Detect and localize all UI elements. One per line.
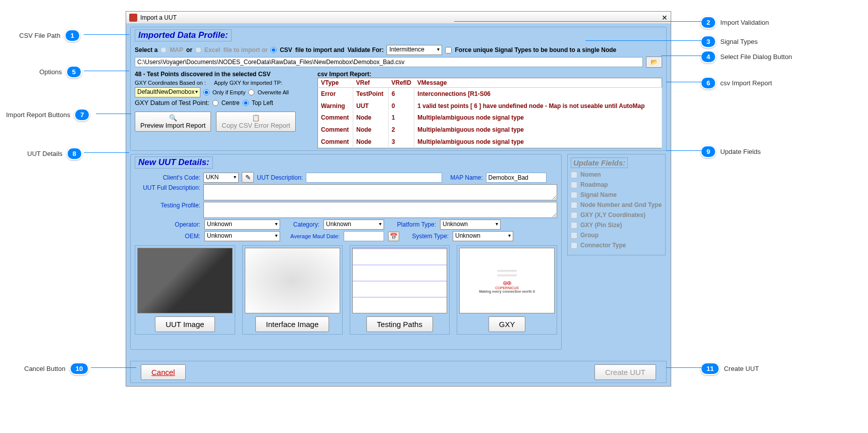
table-row[interactable]: WarningUUT01 valid test points [ 6 ] hav… <box>318 100 662 112</box>
radio-overwrite-all[interactable] <box>248 89 254 95</box>
operator-select[interactable]: Unknown <box>204 220 280 230</box>
gxy-panel: ○○○○○○○○ ○○○○○○○○ ⓤⓢ COPERNICUS Making e… <box>457 245 557 335</box>
radio-excel <box>195 47 201 53</box>
update-field-item: Nomen <box>571 171 662 178</box>
details-title: New UUT Details: <box>135 156 213 169</box>
close-icon[interactable]: ✕ <box>662 14 668 22</box>
folder-open-icon: 📂 <box>650 59 658 66</box>
radio-map <box>160 47 167 53</box>
create-uut-button[interactable]: Create UUT <box>594 364 656 380</box>
date-picker-button[interactable]: 📅 <box>388 232 399 241</box>
imported-data-profile-section: Imported Data Profile: Select a MAP or E… <box>130 27 667 151</box>
update-field-checkbox <box>571 222 577 229</box>
clients-code-select[interactable]: UKN <box>203 173 239 183</box>
update-field-item: Group <box>571 232 662 239</box>
update-field-item: Node Number and Gnd Type <box>571 201 662 208</box>
interface-image-button[interactable]: Interface Image <box>255 316 329 332</box>
update-field-item: Roadmap <box>571 181 662 188</box>
map-name-input[interactable] <box>486 173 547 183</box>
table-row[interactable]: ErrorTestPoint6Interconnections [R1-S06 <box>318 88 662 100</box>
testing-paths-thumbnail[interactable] <box>352 248 448 313</box>
uut-description-input[interactable] <box>306 173 442 183</box>
interface-image-panel: Interface Image <box>242 245 343 335</box>
gxy-button[interactable]: GXY <box>489 316 526 332</box>
uut-image-panel: UUT Image <box>135 245 235 335</box>
tp-discovered-label: 48 - Test Points discovered in the selec… <box>135 71 311 78</box>
update-field-checkbox <box>571 232 577 239</box>
update-field-item: Connector Type <box>571 242 662 249</box>
csv-import-report-panel: csv Import Report: VType VRef VRefID VMe… <box>317 71 662 148</box>
validate-for-select[interactable]: Intermittence <box>387 45 442 55</box>
update-field-checkbox <box>571 212 577 219</box>
table-row[interactable]: CommentNode1Multiple/ambiguous node sign… <box>318 112 662 124</box>
callout-6: 6 csv Import Report <box>700 77 772 89</box>
calendar-icon: 📅 <box>390 233 398 240</box>
platform-type-select[interactable]: Unknown <box>440 220 501 230</box>
uut-full-description-textarea[interactable] <box>203 184 557 200</box>
update-field-item: Signal Name <box>571 191 662 198</box>
callout-9: 9 Update Fields <box>700 145 761 158</box>
callout-4: 4 Select File Dialog Button <box>700 50 792 63</box>
radio-centre[interactable] <box>212 100 219 106</box>
callout-2: 2 Import Validation <box>700 16 769 29</box>
interface-image-thumbnail[interactable] <box>245 248 340 313</box>
update-field-item: GXY (X,Y Coordinates) <box>571 211 662 219</box>
callout-8: 8 UUT Details <box>27 147 82 160</box>
titlebar: Import a UUT ✕ <box>126 12 671 24</box>
uut-image-thumbnail[interactable] <box>137 248 233 313</box>
testing-paths-button[interactable]: Testing Paths <box>366 316 433 332</box>
update-field-checkbox <box>571 242 577 249</box>
table-row[interactable]: CommentNode2Multiple/ambiguous node sign… <box>318 124 662 136</box>
avg-mauf-date-input[interactable] <box>344 231 384 241</box>
bottom-bar: Cancel Create UUT <box>130 361 667 383</box>
update-fields-panel: Update Fields: NomenRoadmapSignal NameNo… <box>567 154 666 255</box>
csv-import-report-table: VType VRef VRefID VMessage ErrorTestPoin… <box>317 78 662 148</box>
update-fields-title: Update Fields: <box>571 157 628 168</box>
oem-select[interactable]: Unknown <box>204 231 280 241</box>
update-field-checkbox <box>571 182 577 188</box>
profile-title: Imported Data Profile: <box>135 29 232 41</box>
pencil-icon: ✎ <box>245 174 251 181</box>
radio-top-left[interactable] <box>243 100 249 106</box>
radio-csv[interactable] <box>270 47 277 53</box>
callout-5: 5 Options <box>39 66 82 78</box>
update-field-checkbox <box>571 202 577 208</box>
callout-10: 10 Cancel Button <box>24 362 89 375</box>
radio-only-if-empty[interactable] <box>203 89 209 95</box>
table-row[interactable]: CommentNode3Multiple/ambiguous node sign… <box>318 136 662 148</box>
copy-icon: 📋 <box>222 114 290 122</box>
testing-paths-panel: Testing Paths <box>350 245 450 335</box>
import-uut-window: Import a UUT ✕ Imported Data Profile: Se… <box>126 11 671 387</box>
force-unique-checkbox[interactable] <box>445 47 452 53</box>
window-title: Import a UUT <box>140 14 177 21</box>
preview-import-report-button[interactable]: 🔍 Preview Import Report <box>135 112 211 132</box>
gxy-coordinates-select[interactable]: DefaultNewDemobox <box>135 87 200 97</box>
browse-file-button[interactable]: 📂 <box>646 57 662 68</box>
update-field-checkbox <box>571 172 577 178</box>
edit-clients-code-button[interactable]: ✎ <box>242 172 254 183</box>
gxy-thumbnail[interactable]: ○○○○○○○○ ○○○○○○○○ ⓤⓢ COPERNICUS Making e… <box>459 248 555 313</box>
update-field-checkbox <box>571 192 577 198</box>
file-path-input[interactable] <box>135 57 643 67</box>
category-select[interactable]: Unknown <box>323 220 384 230</box>
callout-3: 3 Signal Types <box>700 35 757 48</box>
app-icon <box>129 14 137 22</box>
testing-profile-textarea[interactable] <box>203 202 557 218</box>
callout-1: 1 CSV File Path <box>19 29 80 42</box>
update-field-item: GXY (Pin Size) <box>571 222 662 229</box>
uut-image-button[interactable]: UUT Image <box>155 316 214 332</box>
cancel-button[interactable]: Cancel <box>141 364 186 380</box>
callout-11: 11 Create UUT <box>700 362 759 375</box>
callout-7: 7 Import Report Buttons <box>6 109 90 121</box>
preview-icon: 🔍 <box>140 114 205 122</box>
copy-csv-error-report-button[interactable]: 📋 Copy CSV Error Report <box>216 112 296 132</box>
new-uut-details-section: New UUT Details: Client's Code: UKN ✎ UU… <box>130 154 562 350</box>
options-panel: 48 - Test Points discovered in the selec… <box>135 71 311 133</box>
system-type-select[interactable]: Unknown <box>453 231 513 241</box>
